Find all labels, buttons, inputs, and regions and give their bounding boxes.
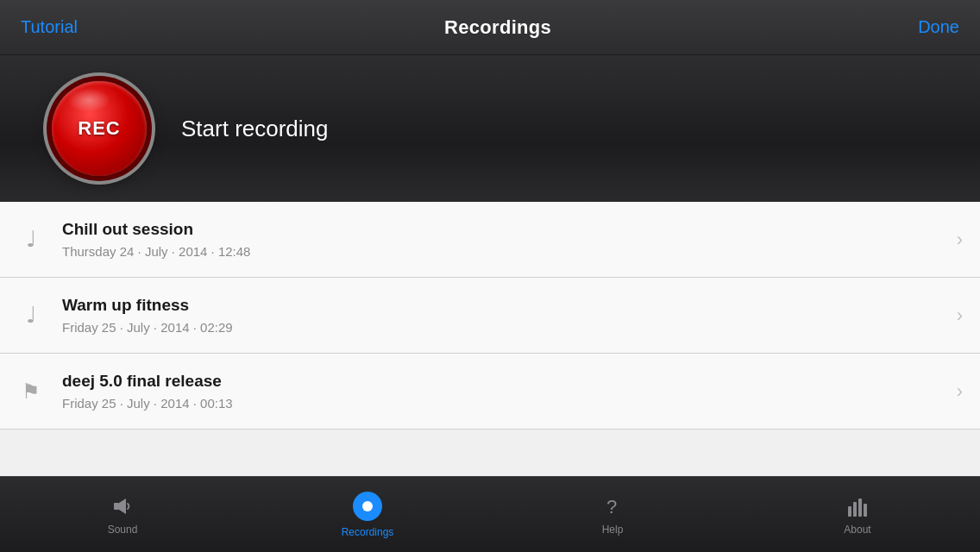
header: Tutorial Recordings Done xyxy=(0,0,980,55)
tab-about[interactable]: About xyxy=(735,477,980,552)
svg-rect-0 xyxy=(114,503,119,510)
flag-icon: ⚑ xyxy=(17,380,45,404)
tab-bar: Sound Recordings ? Help About xyxy=(0,476,980,552)
equalizer-icon xyxy=(845,494,870,518)
tab-recordings-label: Recordings xyxy=(342,526,394,538)
recording-date: Thursday 24 · July · 2014 · 12:48 xyxy=(62,244,939,259)
tab-sound[interactable]: Sound xyxy=(0,477,245,552)
recording-info: Chill out session Thursday 24 · July · 2… xyxy=(62,220,939,259)
recording-banner: REC Start recording xyxy=(0,55,980,202)
chevron-right-icon: › xyxy=(957,380,963,403)
music-icon: ♩ xyxy=(17,226,45,253)
rec-button[interactable]: REC xyxy=(52,81,147,176)
recordings-circle-icon xyxy=(353,492,382,521)
svg-rect-5 xyxy=(864,504,867,517)
tab-about-label: About xyxy=(844,524,870,536)
start-recording-text: Start recording xyxy=(181,116,329,142)
recording-name: deej 5.0 final release xyxy=(62,372,939,391)
recordings-list: ♩ Chill out session Thursday 24 · July ·… xyxy=(0,202,980,430)
chevron-right-icon: › xyxy=(957,229,963,251)
list-item[interactable]: ♩ Chill out session Thursday 24 · July ·… xyxy=(0,202,980,278)
tab-help-label: Help xyxy=(602,524,624,536)
list-item[interactable]: ♩ Warm up fitness Friday 25 · July · 201… xyxy=(0,278,980,354)
recording-name: Warm up fitness xyxy=(62,296,939,315)
recording-date: Friday 25 · July · 2014 · 02:29 xyxy=(62,320,939,335)
recording-date: Friday 25 · July · 2014 · 00:13 xyxy=(62,396,939,411)
svg-text:?: ? xyxy=(606,496,617,518)
music-icon: ♩ xyxy=(17,302,45,329)
tutorial-button[interactable]: Tutorial xyxy=(21,17,78,37)
svg-rect-2 xyxy=(848,506,851,517)
chevron-right-icon: › xyxy=(957,304,963,327)
tab-sound-label: Sound xyxy=(108,524,138,536)
svg-rect-4 xyxy=(858,499,862,517)
done-button[interactable]: Done xyxy=(918,17,959,37)
recording-info: Warm up fitness Friday 25 · July · 2014 … xyxy=(62,296,939,335)
rec-label: REC xyxy=(78,117,120,140)
recording-name: Chill out session xyxy=(62,220,939,239)
recording-info: deej 5.0 final release Friday 25 · July … xyxy=(62,372,939,411)
list-item[interactable]: ⚑ deej 5.0 final release Friday 25 · Jul… xyxy=(0,354,980,430)
tab-help[interactable]: ? Help xyxy=(490,477,735,552)
svg-rect-3 xyxy=(853,502,857,517)
speaker-icon xyxy=(110,494,135,518)
page-title: Recordings xyxy=(444,16,551,39)
help-icon: ? xyxy=(600,494,625,518)
tab-recordings[interactable]: Recordings xyxy=(245,477,490,552)
